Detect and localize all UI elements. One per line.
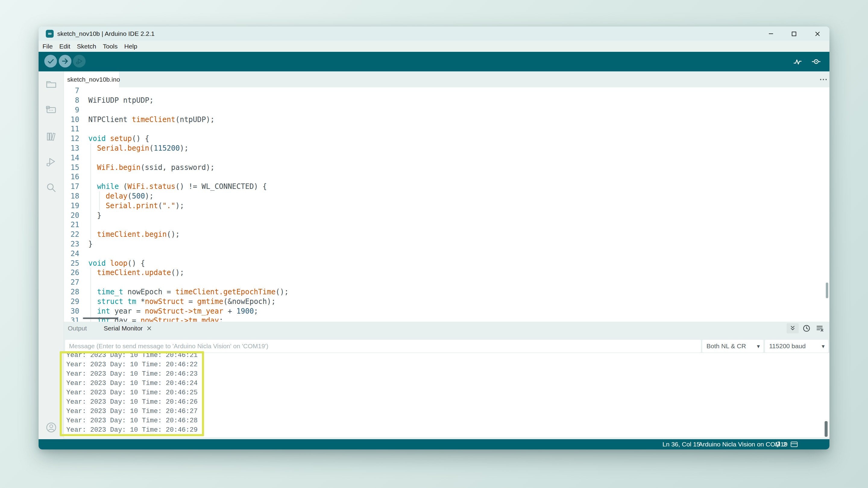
code-line[interactable]: 15 WiFi.begin(ssid, password);	[64, 163, 215, 172]
code-editor[interactable]: 78WiFiUDP ntpUDP;910NTPClient timeClient…	[64, 87, 830, 322]
maximize-icon	[790, 30, 798, 37]
serial-monitor-tab-close-icon[interactable]	[147, 326, 151, 330]
verify-check-icon	[47, 57, 55, 65]
line-number: 31	[64, 316, 79, 322]
line-number: 21	[64, 220, 79, 230]
code-line[interactable]: 8WiFiUDP ntpUDP;	[64, 96, 154, 105]
menubar: FileEditSketchToolsHelp	[38, 41, 830, 52]
menu-item-file[interactable]: File	[39, 43, 56, 50]
menu-item-help[interactable]: Help	[121, 43, 141, 50]
arduino-ide-window: ∞ sketch_nov10b | Arduino IDE 2.2.1 File…	[38, 27, 830, 450]
line-number: 7	[64, 87, 79, 96]
menu-item-tools[interactable]: Tools	[99, 43, 121, 50]
close-button[interactable]	[811, 27, 824, 41]
code-line[interactable]: 29 struct tm *nowStruct = gmtime(&nowEpo…	[64, 297, 276, 306]
close-icon	[814, 30, 821, 37]
code-line[interactable]: 12void setup() {	[64, 134, 149, 143]
panel-tabbar: Output Serial Monitor	[64, 322, 830, 335]
line-number: 17	[64, 182, 79, 191]
serial-scrollbar-thumb[interactable]	[825, 421, 828, 437]
code-line[interactable]: 24	[64, 249, 88, 258]
code-line[interactable]: 19 Serial.print(".");	[64, 201, 184, 210]
timestamp-toggle-button[interactable]	[802, 324, 811, 332]
tab-output[interactable]: Output	[68, 325, 87, 332]
line-number: 14	[64, 153, 79, 163]
line-number: 25	[64, 258, 79, 268]
cursor-position[interactable]: Ln 36, Col 15	[662, 439, 700, 450]
sketchbook-folder-icon[interactable]	[44, 78, 58, 91]
debug-button[interactable]	[73, 55, 86, 67]
line-number: 23	[64, 239, 79, 249]
code-line[interactable]: 17 while (WiFi.status() != WL_CONNECTED)…	[64, 182, 267, 191]
line-number: 18	[64, 191, 79, 201]
minimize-button[interactable]	[764, 27, 778, 41]
upload-button[interactable]	[59, 55, 71, 67]
line-number: 11	[64, 124, 79, 134]
clear-output-button[interactable]	[815, 324, 824, 332]
code-line[interactable]: 25void loop() {	[64, 258, 145, 268]
desktop: ∞ sketch_nov10b | Arduino IDE 2.2.1 File…	[0, 0, 868, 488]
line-number: 12	[64, 134, 79, 143]
code-line[interactable]: 9	[64, 105, 88, 115]
serial-plotter-button[interactable]	[793, 57, 802, 66]
debug-panel-icon[interactable]	[44, 156, 58, 169]
code-line[interactable]: 28 time_t nowEpoch = timeClient.getEpoch…	[64, 287, 289, 297]
boards-manager-icon[interactable]	[44, 103, 58, 117]
statusbar: Ln 36, Col 15 Arduino Nicla Vision on CO…	[38, 439, 830, 450]
code-line[interactable]: 13 Serial.begin(115200);	[64, 143, 188, 153]
line-number: 22	[64, 230, 79, 239]
notification-count: 2	[783, 439, 786, 450]
more-actions-icon[interactable]	[819, 78, 828, 81]
collapse-panel-button[interactable]	[786, 323, 799, 333]
serial-plotter-icon	[793, 57, 802, 66]
code-line[interactable]: 21	[64, 220, 88, 230]
titlebar: ∞ sketch_nov10b | Arduino IDE 2.2.1	[38, 27, 830, 41]
line-number: 15	[64, 163, 79, 172]
tab-sketch-ino[interactable]: sketch_nov10b.ino	[64, 71, 119, 87]
editor-scrollbar-thumb[interactable]	[826, 283, 828, 298]
maximize-button[interactable]	[787, 27, 801, 41]
serial-message-input[interactable]: Message (Enter to send message to 'Ardui…	[65, 340, 701, 352]
line-ending-dropdown[interactable]: Both NL & CR ▾	[702, 340, 764, 352]
notifications-button[interactable]	[774, 441, 781, 448]
tab-serial-monitor[interactable]: Serial Monitor	[104, 325, 143, 332]
clock-icon	[802, 324, 811, 332]
upload-arrow-icon	[61, 57, 69, 65]
code-line[interactable]: 23}	[64, 239, 93, 249]
baud-rate-dropdown[interactable]: 115200 baud ▾	[765, 340, 828, 352]
code-line[interactable]: 30 int year = nowStruct->tm_year + 1900;	[64, 306, 258, 316]
search-icon[interactable]	[44, 181, 58, 194]
code-line[interactable]: 18 delay(500);	[64, 191, 154, 201]
code-line[interactable]: 20 }	[64, 210, 101, 220]
line-number: 24	[64, 249, 79, 258]
menu-item-sketch[interactable]: Sketch	[73, 43, 99, 50]
panel-layout-icon	[790, 441, 798, 447]
toolbar: Arduino Nicla Vision ▾	[38, 52, 830, 71]
code-line[interactable]: 27	[64, 278, 88, 287]
baud-rate-caret-icon: ▾	[822, 343, 825, 350]
code-line[interactable]: 26 timeClient.update();	[64, 268, 184, 278]
code-line[interactable]: 10NTPClient timeClient(ntpUDP);	[64, 115, 215, 124]
minimize-icon	[767, 30, 775, 37]
horizontal-scrollbar-thumb[interactable]	[83, 318, 118, 319]
line-number: 9	[64, 105, 79, 115]
serial-monitor-button[interactable]	[812, 57, 821, 66]
editor-tabbar: sketch_nov10b.ino	[64, 71, 830, 87]
code-line[interactable]: 11	[64, 124, 88, 134]
library-manager-icon[interactable]	[44, 130, 58, 143]
line-number: 16	[64, 172, 79, 182]
code-line[interactable]: 14	[64, 153, 88, 163]
code-line[interactable]: 16	[64, 172, 88, 182]
line-number: 13	[64, 143, 79, 153]
highlight-annotation-box	[60, 351, 204, 436]
code-line[interactable]: 7	[64, 87, 88, 96]
line-number: 20	[64, 210, 79, 220]
toggle-panel-button[interactable]	[790, 441, 798, 447]
code-line[interactable]: 22 timeClient.begin();	[64, 230, 180, 239]
menu-item-edit[interactable]: Edit	[56, 43, 73, 50]
account-icon[interactable]	[44, 421, 58, 434]
bell-icon	[774, 441, 781, 448]
clear-output-icon	[815, 324, 824, 332]
line-ending-caret-icon: ▾	[757, 343, 760, 350]
verify-button[interactable]	[44, 55, 57, 67]
